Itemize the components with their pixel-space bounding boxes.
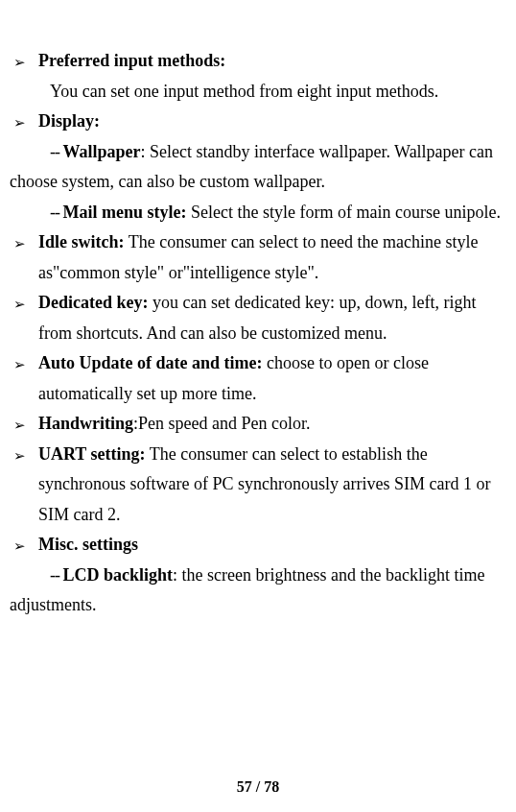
sub-item-mail: -- Mail menu style: Select the style for… <box>10 198 506 228</box>
list-item: ➢ Preferred input methods: <box>10 46 506 77</box>
item-body: Preferred input methods: <box>38 46 506 77</box>
item-description: You can set one input method from eight … <box>10 77 506 107</box>
sub-indent: -- Wallpaper <box>10 142 141 161</box>
document-body: ➢ Preferred input methods: You can set o… <box>10 46 506 621</box>
item-body: Display: <box>38 107 506 137</box>
item-body: Dedicated key: you can set dedicated key… <box>38 288 506 348</box>
item-title: Handwriting <box>38 414 133 433</box>
sub-title: Mail menu style: <box>63 203 187 222</box>
item-body: Handwriting:Pen speed and Pen color. <box>38 409 506 440</box>
bullet-icon: ➢ <box>10 348 38 377</box>
sub-title: Wallpaper <box>63 142 141 161</box>
bullet-icon: ➢ <box>10 46 38 75</box>
item-body: UART setting: The consumer can select to… <box>38 440 506 531</box>
sub-desc: Select the style form of main course uni… <box>186 203 500 222</box>
sub-indent: -- Mail menu style: <box>10 203 186 222</box>
item-body: Idle switch: The consumer can select to … <box>38 227 506 288</box>
item-title: Preferred input methods: <box>38 51 225 70</box>
bullet-icon: ➢ <box>10 440 38 468</box>
item-description: :Pen speed and Pen color. <box>133 414 310 433</box>
list-item: ➢ Idle switch: The consumer can select t… <box>10 227 506 288</box>
item-title: UART setting: <box>38 444 146 464</box>
dash-prefix: -- <box>50 203 63 222</box>
list-item: ➢ Handwriting:Pen speed and Pen color. <box>10 409 506 440</box>
sub-title: LCD backlight <box>63 565 174 585</box>
list-item: ➢ Display: <box>10 107 506 137</box>
bullet-icon: ➢ <box>10 530 38 559</box>
list-item: ➢ Auto Update of date and time: choose t… <box>10 348 506 409</box>
item-title: Dedicated key: <box>38 293 148 312</box>
list-item: ➢ Misc. settings <box>10 530 506 561</box>
item-title: Idle switch: <box>38 232 125 251</box>
list-item: ➢ UART setting: The consumer can select … <box>10 440 506 531</box>
dash-prefix: -- <box>50 142 63 161</box>
item-body: Misc. settings <box>38 530 506 561</box>
sub-item-wallpaper: -- Wallpaper: Select standby interface w… <box>10 137 506 198</box>
item-title: Display: <box>38 111 100 131</box>
bullet-icon: ➢ <box>10 288 38 317</box>
bullet-icon: ➢ <box>10 409 38 438</box>
bullet-icon: ➢ <box>10 107 38 135</box>
dash-prefix: -- <box>50 565 63 585</box>
sub-indent: -- LCD backlight <box>10 565 173 585</box>
item-title: Misc. settings <box>38 535 138 554</box>
item-body: Auto Update of date and time: choose to … <box>38 348 506 409</box>
page-number: 57 / 78 <box>0 774 516 800</box>
sub-item-lcd: -- LCD backlight: the screen brightness … <box>10 561 506 621</box>
bullet-icon: ➢ <box>10 227 38 256</box>
item-title: Auto Update of date and time: <box>38 353 263 372</box>
list-item: ➢ Dedicated key: you can set dedicated k… <box>10 288 506 348</box>
